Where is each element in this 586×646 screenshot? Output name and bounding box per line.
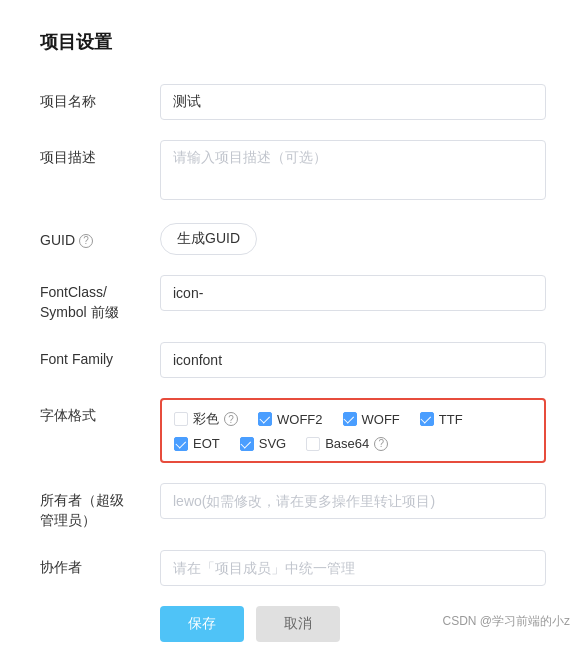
font-format-row-1: 彩色 ? WOFF2 WOFF TTF bbox=[174, 410, 532, 428]
checkbox-base64-label: Base64 bbox=[325, 436, 369, 451]
guid-label: GUID ? bbox=[40, 223, 160, 251]
font-family-label: Font Family bbox=[40, 342, 160, 370]
checkbox-woff-box bbox=[343, 412, 357, 426]
checkbox-ttf-box bbox=[420, 412, 434, 426]
generate-guid-button[interactable]: 生成GUID bbox=[160, 223, 257, 255]
font-format-wrap: 彩色 ? WOFF2 WOFF TTF bbox=[160, 398, 546, 463]
project-desc-input[interactable] bbox=[160, 140, 546, 200]
font-class-label: FontClass/ Symbol 前缀 bbox=[40, 275, 160, 322]
checkbox-woff-label: WOFF bbox=[362, 412, 400, 427]
save-button[interactable]: 保存 bbox=[160, 606, 244, 642]
collaborator-wrap bbox=[160, 550, 546, 586]
owner-wrap bbox=[160, 483, 546, 519]
font-format-row-2: EOT SVG Base64 ? bbox=[174, 436, 532, 451]
checkbox-woff[interactable]: WOFF bbox=[343, 412, 400, 427]
owner-input[interactable] bbox=[160, 483, 546, 519]
checkbox-woff2-box bbox=[258, 412, 272, 426]
font-family-input[interactable] bbox=[160, 342, 546, 378]
font-class-wrap bbox=[160, 275, 546, 311]
guid-row: GUID ? 生成GUID bbox=[40, 223, 546, 255]
checkbox-color-label: 彩色 bbox=[193, 410, 219, 428]
checkbox-svg-label: SVG bbox=[259, 436, 286, 451]
font-family-row: Font Family bbox=[40, 342, 546, 378]
watermark: CSDN @学习前端的小z bbox=[442, 613, 570, 630]
project-desc-row: 项目描述 bbox=[40, 140, 546, 203]
font-class-row: FontClass/ Symbol 前缀 bbox=[40, 275, 546, 322]
collaborator-input[interactable] bbox=[160, 550, 546, 586]
checkbox-eot-label: EOT bbox=[193, 436, 220, 451]
base64-help-icon[interactable]: ? bbox=[374, 437, 388, 451]
checkbox-color-box bbox=[174, 412, 188, 426]
cancel-button[interactable]: 取消 bbox=[256, 606, 340, 642]
font-format-row: 字体格式 彩色 ? WOFF2 WOFF bbox=[40, 398, 546, 463]
checkbox-color[interactable]: 彩色 ? bbox=[174, 410, 238, 428]
font-class-input[interactable] bbox=[160, 275, 546, 311]
font-family-wrap bbox=[160, 342, 546, 378]
project-name-wrap bbox=[160, 84, 546, 120]
checkbox-ttf-label: TTF bbox=[439, 412, 463, 427]
page-title: 项目设置 bbox=[40, 30, 546, 54]
checkbox-ttf[interactable]: TTF bbox=[420, 412, 463, 427]
checkbox-eot[interactable]: EOT bbox=[174, 436, 220, 451]
owner-row: 所有者（超级 管理员） bbox=[40, 483, 546, 530]
checkbox-base64[interactable]: Base64 ? bbox=[306, 436, 388, 451]
guid-help-icon[interactable]: ? bbox=[79, 234, 93, 248]
collaborator-label: 协作者 bbox=[40, 550, 160, 578]
project-name-row: 项目名称 bbox=[40, 84, 546, 120]
font-format-label: 字体格式 bbox=[40, 398, 160, 426]
checkbox-eot-box bbox=[174, 437, 188, 451]
project-desc-label: 项目描述 bbox=[40, 140, 160, 168]
color-help-icon[interactable]: ? bbox=[224, 412, 238, 426]
font-format-box: 彩色 ? WOFF2 WOFF TTF bbox=[160, 398, 546, 463]
project-desc-wrap bbox=[160, 140, 546, 203]
owner-label: 所有者（超级 管理员） bbox=[40, 483, 160, 530]
checkbox-svg[interactable]: SVG bbox=[240, 436, 286, 451]
checkbox-woff2[interactable]: WOFF2 bbox=[258, 412, 323, 427]
collaborator-row: 协作者 bbox=[40, 550, 546, 586]
checkbox-base64-box bbox=[306, 437, 320, 451]
checkbox-svg-box bbox=[240, 437, 254, 451]
project-name-input[interactable] bbox=[160, 84, 546, 120]
checkbox-woff2-label: WOFF2 bbox=[277, 412, 323, 427]
project-name-label: 项目名称 bbox=[40, 84, 160, 112]
guid-wrap: 生成GUID bbox=[160, 223, 546, 255]
